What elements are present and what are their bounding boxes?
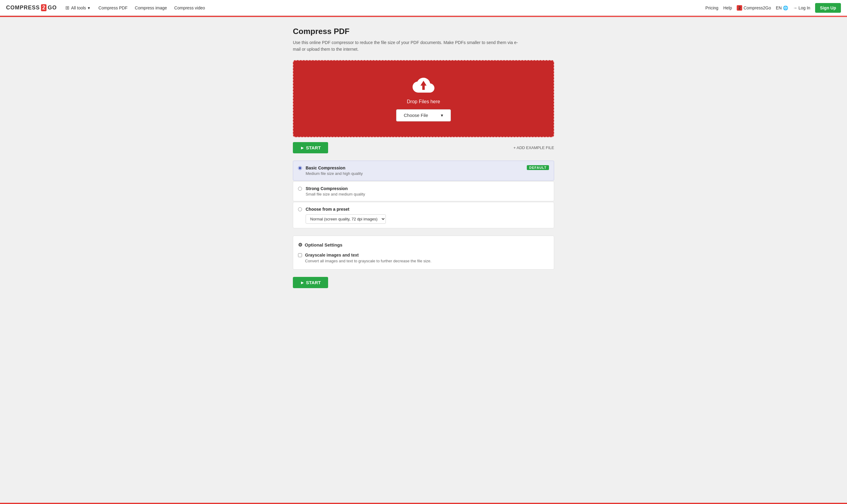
grayscale-checkbox[interactable]	[298, 253, 302, 257]
option-strong-radio[interactable]	[298, 187, 302, 191]
logo[interactable]: COMPRESS 2 GO	[6, 4, 57, 11]
lang-label: EN	[776, 5, 782, 10]
option-strong-content: Strong Compression Small file size and m…	[306, 186, 549, 197]
grid-icon: ⊞	[65, 5, 69, 11]
header-left: COMPRESS 2 GO ⊞ All tools ▾ Compress PDF…	[6, 4, 205, 12]
grayscale-option: Grayscale images and text Convert all im…	[298, 253, 549, 263]
logo-2-highlight: 2	[41, 4, 47, 11]
optional-settings: ⚙ Optional Settings Grayscale images and…	[293, 236, 554, 270]
grayscale-label: Grayscale images and text	[305, 253, 431, 257]
help-link[interactable]: Help	[723, 5, 732, 10]
logo-text-compress: COMPRESS	[6, 4, 40, 11]
nav-compress-image[interactable]: Compress image	[135, 5, 167, 10]
globe-icon: 🌐	[783, 5, 788, 10]
option-preset-radio[interactable]	[298, 208, 302, 211]
logo-text-go: GO	[48, 4, 57, 11]
choose-file-chevron-icon: ▾	[441, 113, 443, 118]
compress2go-label: Compress2Go	[743, 5, 771, 10]
all-tools-button[interactable]: ⊞ All tools ▾	[63, 4, 92, 12]
language-button[interactable]: EN 🌐	[776, 5, 788, 10]
header: COMPRESS 2 GO ⊞ All tools ▾ Compress PDF…	[0, 0, 847, 16]
option-preset-content: Choose from a preset Normal (screen qual…	[306, 206, 549, 224]
page-description: Use this online PDF compressor to reduce…	[293, 39, 521, 53]
option-preset-title: Choose from a preset	[306, 207, 349, 212]
grayscale-content: Grayscale images and text Convert all im…	[305, 253, 431, 263]
login-arrow-icon: →	[793, 5, 797, 10]
page-title: Compress PDF	[293, 27, 554, 36]
login-button[interactable]: → Log In	[793, 5, 810, 10]
main-nav: Compress PDF Compress image Compress vid…	[99, 5, 205, 10]
nav-compress-pdf[interactable]: Compress PDF	[99, 5, 128, 10]
all-tools-label: All tools	[71, 5, 86, 10]
header-right: Pricing Help 2 Compress2Go EN 🌐 → Log In…	[705, 3, 841, 13]
start-button[interactable]: ► START	[293, 142, 328, 153]
choose-file-label: Choose File	[404, 113, 428, 118]
login-label: Log In	[798, 5, 810, 10]
choose-file-button[interactable]: Choose File ▾	[396, 109, 451, 122]
optional-settings-title: ⚙ Optional Settings	[298, 242, 549, 248]
add-example-button[interactable]: + ADD EXAMPLE FILE	[513, 145, 554, 150]
main-content: Compress PDF Use this online PDF compres…	[287, 17, 560, 298]
grayscale-desc: Convert all images and text to grayscale…	[305, 259, 431, 263]
drop-zone[interactable]: Drop Files here Choose File ▾	[293, 60, 554, 137]
option-preset[interactable]: Choose from a preset Normal (screen qual…	[293, 202, 554, 228]
nav-compress-video[interactable]: Compress video	[174, 5, 205, 10]
gear-icon: ⚙	[298, 242, 302, 248]
compression-options: Basic Compression Medium file size and h…	[293, 161, 554, 228]
option-basic-title: Basic Compression	[306, 165, 346, 170]
upload-cloud-icon	[412, 76, 435, 94]
option-basic-desc: Medium file size and high quality	[306, 171, 363, 176]
option-basic[interactable]: Basic Compression Medium file size and h…	[293, 161, 554, 181]
preset-select[interactable]: Normal (screen quality, 72 dpi images)	[306, 214, 386, 224]
option-strong[interactable]: Strong Compression Small file size and m…	[293, 181, 554, 201]
option-basic-content: Basic Compression Medium file size and h…	[306, 165, 523, 176]
compress2go-link[interactable]: 2 Compress2Go	[737, 5, 771, 11]
compress2go-icon: 2	[737, 5, 742, 11]
drop-files-text: Drop Files here	[407, 99, 440, 105]
option-strong-title: Strong Compression	[306, 186, 348, 191]
default-badge: DEFAULT	[527, 165, 549, 170]
option-basic-radio[interactable]	[298, 166, 302, 170]
bottom-start-button[interactable]: ► START	[293, 277, 328, 288]
action-row: ► START + ADD EXAMPLE FILE	[293, 142, 554, 153]
signup-button[interactable]: Sign Up	[815, 3, 841, 13]
chevron-down-icon: ▾	[88, 5, 90, 10]
optional-settings-label: Optional Settings	[305, 242, 342, 248]
pricing-link[interactable]: Pricing	[705, 5, 719, 10]
footer-red-bar	[0, 503, 847, 504]
option-strong-desc: Small file size and medium quality	[306, 192, 365, 196]
